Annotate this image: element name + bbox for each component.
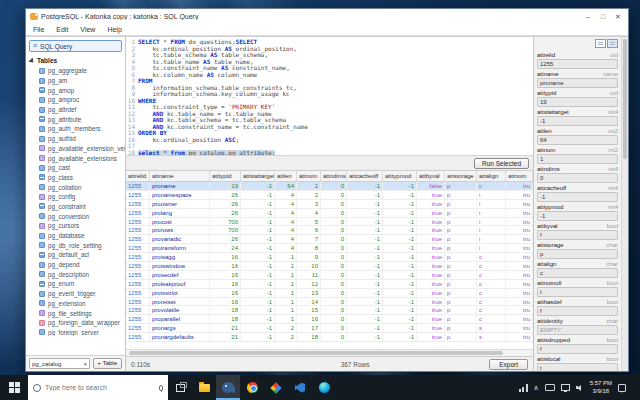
table-row[interactable]: 1255procost700-1450-1-1truepitru xyxy=(126,218,533,227)
maximize-button[interactable]: □ xyxy=(597,10,609,23)
menu-view[interactable]: View xyxy=(80,26,95,33)
field-value[interactable]: c xyxy=(537,268,618,278)
menu-edit[interactable]: Edit xyxy=(56,26,68,33)
column-header-attalign[interactable]: attalign xyxy=(477,171,506,181)
run-selected-button[interactable]: Run Selected xyxy=(474,158,529,169)
start-button[interactable] xyxy=(0,375,28,400)
inspector-toggle-table-view[interactable] xyxy=(595,39,606,48)
minimize-button[interactable]: – xyxy=(582,10,594,23)
sidebar-table-pg_collation[interactable]: pg_collation xyxy=(26,182,125,192)
column-header-attnotn[interactable]: attnotn xyxy=(506,171,533,181)
sidebar-table-pg_file_settings[interactable]: pg_file_settings xyxy=(26,308,125,318)
menu-file[interactable]: File xyxy=(33,26,44,33)
field-value[interactable]: -1 xyxy=(537,211,618,221)
column-header-attlen[interactable]: attlen xyxy=(275,171,297,181)
horizontal-scrollbar[interactable] xyxy=(126,349,533,356)
sidebar-table-pg_aggregate[interactable]: pg_aggregate xyxy=(26,66,125,76)
field-value[interactable]: 19 xyxy=(537,97,618,107)
field-value[interactable]: 64 xyxy=(537,135,618,145)
monitor-icon[interactable] xyxy=(561,384,570,391)
vscode-taskbar-button[interactable] xyxy=(288,375,312,400)
column-header-attstorage[interactable]: attstorage xyxy=(445,171,477,181)
activity-icon[interactable] xyxy=(519,384,528,392)
table-row[interactable]: 1255proowner26-1430-1-1truepitru xyxy=(126,200,533,209)
sidebar-table-pg_attrdef[interactable]: pg_attrdef xyxy=(26,105,125,115)
sidebar-table-pg_amproc[interactable]: pg_amproc xyxy=(26,95,125,105)
action-center-icon[interactable] xyxy=(618,384,626,392)
close-button[interactable]: ✕ xyxy=(612,10,624,23)
file-explorer-taskbar-button[interactable] xyxy=(192,375,216,400)
schema-selector[interactable]: pg_catalog ▾ xyxy=(29,358,90,369)
diamond-taskbar-button[interactable] xyxy=(264,375,288,400)
chevron-up-icon[interactable]: ∧ xyxy=(534,384,539,391)
table-row[interactable]: 1255proisstrict16-11130-1-1truepctru xyxy=(126,289,533,298)
sidebar-item-sql-query[interactable]: ≡ SQL Query xyxy=(29,40,122,52)
table-row[interactable]: 1255protransform24-1480-1-1truepitru xyxy=(126,244,533,253)
sidebar-table-pg_amop[interactable]: pg_amop xyxy=(26,85,125,95)
table-row[interactable]: 1255proparallel18-11160-1-1truepctru xyxy=(126,315,533,324)
table-row[interactable]: 1255prosecdef16-11110-1-1truepctru xyxy=(126,271,533,280)
sidebar-table-pg_conversion[interactable]: pg_conversion xyxy=(26,211,125,221)
sidebar-table-pg_event_trigger[interactable]: pg_event_trigger xyxy=(26,289,125,299)
column-header-attrelid[interactable]: attrelid xyxy=(126,171,150,181)
tables-section-header[interactable]: Tables xyxy=(26,54,125,66)
field-value[interactable]: t xyxy=(537,363,618,371)
table-row[interactable]: 1255pronamespace26-1420-1-1truepitru xyxy=(126,191,533,200)
field-value[interactable]: f xyxy=(537,306,618,316)
keyboard-icon[interactable] xyxy=(545,384,555,391)
column-header-atttypmod[interactable]: atttypmod xyxy=(383,171,417,181)
inspector-scrollbar[interactable] xyxy=(621,37,628,371)
titlebar[interactable]: PostgreSQL - Katonka copy : katonka : SQ… xyxy=(26,9,628,23)
table-row[interactable]: 1255prolang26-1440-1-1truepitru xyxy=(126,209,533,218)
sql-editor[interactable]: 1SELECT * FROM do_questions;SELECT2 kc.o… xyxy=(126,37,533,156)
sidebar-table-pg_config[interactable]: pg_config xyxy=(26,192,125,202)
table-row[interactable]: 1255provariadic26-1470-1-1truepitru xyxy=(126,235,533,244)
field-value[interactable]: 1 xyxy=(537,154,618,164)
sidebar-table-pg_constraint[interactable]: pg_constraint xyxy=(26,202,125,212)
sidebar-table-pg_cursors[interactable]: pg_cursors xyxy=(26,221,125,231)
field-value[interactable]: p xyxy=(537,249,618,259)
column-header-attbyval[interactable]: attbyval xyxy=(417,171,445,181)
field-value[interactable]: 0 xyxy=(537,173,618,183)
table-row[interactable]: 1255proisagg16-1190-1-1truepctru xyxy=(126,253,533,262)
inspector-toggle-form-view[interactable] xyxy=(607,39,618,48)
sidebar-table-pg_auth_members[interactable]: pg_auth_members xyxy=(26,124,125,134)
sidebar-table-pg_description[interactable]: pg_description xyxy=(26,269,125,279)
sidebar-table-pg_available_extensions[interactable]: pg_available_extensions xyxy=(26,153,125,163)
field-value[interactable]: f xyxy=(537,344,618,354)
sidebar-table-pg_extension[interactable]: pg_extension xyxy=(26,299,125,309)
menu-help[interactable]: Help xyxy=(107,26,121,33)
table-row[interactable]: 1255proiswindow16-11100-1-1truepctru xyxy=(126,262,533,271)
table-row[interactable]: 1255proname19-16410-1-1falsepctru xyxy=(126,182,533,191)
microphone-icon[interactable] xyxy=(159,385,163,391)
horizontal-scrollbar-thumb[interactable] xyxy=(129,351,503,355)
field-value[interactable]: -1 xyxy=(537,116,618,126)
sidebar-table-pg_authid[interactable]: pg_authid xyxy=(26,134,125,144)
column-header-attname[interactable]: attname xyxy=(150,171,210,181)
taskbar-clock[interactable]: 5:57 PM 3/9/18 xyxy=(590,380,612,395)
column-header-atttypid[interactable]: atttypid xyxy=(210,171,241,181)
field-value[interactable]: proname xyxy=(537,78,618,88)
sidebar-table-pg_enum[interactable]: pg_enum xyxy=(26,279,125,289)
column-header-attcacheoff[interactable]: attcacheoff xyxy=(347,171,383,181)
table-row[interactable]: 1255prorows700-1460-1-1truepitru xyxy=(126,226,533,235)
inspector-scrollbar-thumb[interactable] xyxy=(623,39,627,159)
task-view-taskbar-button[interactable] xyxy=(168,375,192,400)
table-row[interactable]: 1255provolatile18-11150-1-1truepctru xyxy=(126,306,533,315)
field-value[interactable]: 1255 xyxy=(537,59,618,69)
column-header-attnum[interactable]: attnum xyxy=(297,171,321,181)
speaker-icon[interactable] xyxy=(576,384,584,392)
table-row[interactable]: 1255pronargs21-12170-1-1truepstru xyxy=(126,324,533,333)
sidebar-table-pg_am[interactable]: pg_am xyxy=(26,76,125,86)
table-row[interactable]: 1255proretset16-11140-1-1truepctru xyxy=(126,298,533,307)
field-value[interactable]: -1 xyxy=(537,192,618,202)
export-button[interactable]: Export xyxy=(489,359,528,370)
table-row[interactable]: 1255pronargdefaults21-12180-1-1truepstru xyxy=(126,333,533,342)
add-table-button[interactable]: + Table xyxy=(93,358,122,369)
sidebar-table-pg_cast[interactable]: pg_cast xyxy=(26,163,125,173)
sidebar-table-pg_db_role_setting[interactable]: pg_db_role_setting xyxy=(26,240,125,250)
sidebar-table-pg_available_extension_ver[interactable]: pg_available_extension_ver xyxy=(26,144,125,154)
sidebar-table-pg_default_acl[interactable]: pg_default_acl xyxy=(26,250,125,260)
column-header-attndims[interactable]: attndims xyxy=(321,171,347,181)
sidebar-table-pg_foreign_server[interactable]: pg_foreign_server xyxy=(26,328,125,336)
